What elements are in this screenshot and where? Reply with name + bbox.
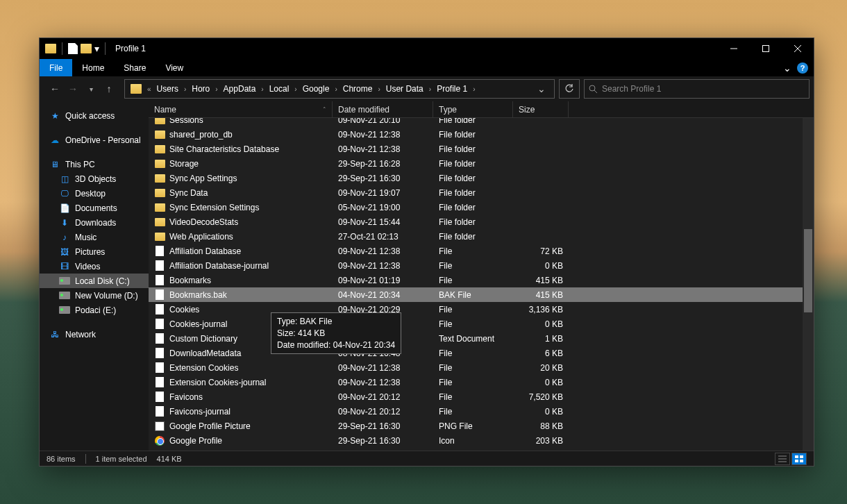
breadcrumb-item[interactable]: Profile 1 — [434, 84, 470, 94]
new-folder-icon[interactable] — [81, 44, 92, 53]
file-icon — [154, 246, 165, 257]
folder-icon — [154, 173, 165, 184]
view-thumbnails-button[interactable] — [791, 453, 807, 465]
close-button[interactable] — [782, 38, 814, 59]
nav-onedrive[interactable]: ☁ OneDrive - Personal — [40, 133, 149, 147]
refresh-button[interactable] — [559, 79, 580, 99]
nav-videos[interactable]: 🎞Videos — [40, 259, 149, 274]
file-row[interactable]: Extension Cookies-journal09-Nov-21 12:38… — [149, 375, 814, 389]
breadcrumb-item[interactable]: Horo — [189, 84, 212, 94]
nav-pictures[interactable]: 🖼Pictures — [40, 244, 149, 259]
chrome-icon — [154, 435, 165, 446]
file-name: Extension Cookies-journal — [169, 378, 266, 387]
file-row[interactable]: Site Characteristics Database09-Nov-21 1… — [149, 142, 814, 156]
qat-dropdown-icon[interactable]: ▾ — [94, 43, 99, 54]
folder-icon — [154, 202, 165, 213]
file-row[interactable]: Favicons-journal09-Nov-21 20:12File0 KB — [149, 404, 814, 419]
file-type: File folder — [433, 130, 513, 140]
maximize-button[interactable] — [750, 38, 782, 59]
nav-this-pc[interactable]: 🖥 This PC — [40, 157, 149, 171]
file-row[interactable]: Custom DictionaryText Document1 KB — [149, 331, 814, 346]
file-row[interactable]: Google Profile Picture29-Sep-21 16:30PNG… — [149, 419, 814, 433]
tooltip-size: Size: 414 KB — [277, 328, 395, 339]
search-input[interactable]: Search Profile 1 — [584, 79, 810, 99]
scrollbar[interactable] — [803, 118, 814, 451]
file-size: 6 KB — [513, 348, 569, 358]
file-name: Cookies-journal — [169, 319, 227, 329]
file-size: 3,136 KB — [513, 305, 569, 314]
file-size: 0 KB — [513, 319, 569, 329]
file-row[interactable]: Affiliation Database09-Nov-21 12:38File7… — [149, 244, 814, 258]
file-row[interactable]: DownloadMetadata08-Nov-21 16:48File6 KB — [149, 346, 814, 360]
breadcrumb[interactable]: « Users› Horo› AppData› Local› Google› C… — [124, 79, 555, 99]
column-name[interactable]: Name˄ — [149, 101, 333, 117]
breadcrumb-item[interactable]: Local — [267, 84, 292, 94]
search-icon — [589, 85, 598, 94]
file-type: Icon — [433, 436, 513, 446]
ribbon-expand-icon[interactable]: ⌄ — [783, 62, 791, 74]
history-dropdown-icon[interactable]: ▾ — [84, 85, 98, 93]
file-row[interactable]: Cookies09-Nov-21 20:29File3,136 KB — [149, 302, 814, 317]
explorer-window: ▾ Profile 1 File Home Share View ⌄ ? ← →… — [39, 37, 814, 467]
file-date: 09-Nov-21 20:12 — [333, 407, 433, 417]
file-row[interactable]: Bookmarks09-Nov-21 01:19File415 KB — [149, 273, 814, 287]
column-size[interactable]: Size — [513, 101, 569, 117]
file-row[interactable]: Favicons09-Nov-21 20:12File7,520 KB — [149, 389, 814, 404]
column-date[interactable]: Date modified — [333, 101, 433, 117]
nav-downloads[interactable]: ⬇Downloads — [40, 215, 149, 230]
file-list[interactable]: Sessions09-Nov-21 20:10File foldershared… — [149, 118, 814, 451]
nav-music[interactable]: ♪Music — [40, 230, 149, 244]
back-button[interactable]: ← — [48, 83, 62, 94]
tab-view[interactable]: View — [156, 59, 193, 76]
nav-quick-access[interactable]: ★ Quick access — [40, 108, 149, 123]
minimize-button[interactable] — [718, 38, 750, 59]
file-date: 09-Nov-21 15:44 — [333, 217, 433, 227]
file-icon — [154, 348, 165, 359]
file-row[interactable]: Sync App Settings29-Sep-21 16:30File fol… — [149, 171, 814, 185]
breadcrumb-item[interactable]: User Data — [383, 84, 426, 94]
file-name: Sync Extension Settings — [169, 203, 259, 212]
nav-new-volume-d[interactable]: New Volume (D:) — [40, 288, 149, 303]
file-row[interactable]: VideoDecodeStats09-Nov-21 15:44File fold… — [149, 215, 814, 229]
breadcrumb-item[interactable]: Users — [154, 84, 181, 94]
file-row[interactable]: shared_proto_db09-Nov-21 12:38File folde… — [149, 127, 814, 142]
file-row[interactable]: Storage29-Sep-21 16:28File folder — [149, 156, 814, 171]
file-row[interactable]: Web Applications27-Oct-21 02:13File fold… — [149, 229, 814, 244]
svg-rect-11 — [795, 460, 798, 462]
file-row[interactable]: Cookies-journal09-Nov-21 20:29File0 KB — [149, 317, 814, 331]
file-row[interactable]: Sync Extension Settings05-Nov-21 19:00Fi… — [149, 200, 814, 215]
breadcrumb-item[interactable]: AppData — [221, 84, 259, 94]
nav-podaci-e[interactable]: Podaci (E:) — [40, 303, 149, 317]
nav-documents[interactable]: 📄Documents — [40, 201, 149, 215]
file-size: 0 KB — [513, 378, 569, 387]
file-row[interactable]: Extension Cookies09-Nov-21 12:38File20 K… — [149, 360, 814, 375]
svg-line-5 — [594, 90, 597, 93]
properties-icon[interactable] — [68, 43, 78, 54]
column-type[interactable]: Type — [433, 101, 513, 117]
tab-file[interactable]: File — [40, 59, 72, 76]
file-row[interactable]: Bookmarks.bak04-Nov-21 20:34BAK File415 … — [149, 287, 814, 302]
file-row[interactable]: Sessions09-Nov-21 20:10File folder — [149, 118, 814, 127]
help-icon[interactable]: ? — [797, 62, 808, 74]
tab-home[interactable]: Home — [72, 59, 114, 76]
cube-icon: ◫ — [59, 174, 70, 185]
breadcrumb-item[interactable]: Google — [300, 84, 333, 94]
tab-share[interactable]: Share — [114, 59, 156, 76]
address-dropdown-icon[interactable]: ⌄ — [537, 83, 546, 94]
forward-button[interactable]: → — [66, 83, 80, 94]
scroll-thumb[interactable] — [804, 229, 812, 312]
nav-3d-objects[interactable]: ◫3D Objects — [40, 171, 149, 186]
breadcrumb-item[interactable]: Chrome — [340, 84, 376, 94]
file-row[interactable]: Google Profile29-Sep-21 16:30Icon203 KB — [149, 433, 814, 448]
file-row[interactable]: Affiliation Database-journal09-Nov-21 12… — [149, 258, 814, 273]
image-icon — [154, 421, 165, 432]
view-details-button[interactable] — [775, 453, 790, 465]
up-button[interactable]: ↑ — [102, 83, 116, 94]
nav-desktop[interactable]: 🖵Desktop — [40, 186, 149, 201]
file-row[interactable]: Sync Data09-Nov-21 19:07File folder — [149, 185, 814, 200]
nav-network[interactable]: 🖧 Network — [40, 327, 149, 342]
file-size: 0 KB — [513, 407, 569, 417]
file-name: Site Characteristics Database — [169, 144, 279, 154]
nav-local-disk-c[interactable]: Local Disk (C:) — [40, 274, 149, 288]
status-selection: 1 item selected — [96, 455, 147, 463]
